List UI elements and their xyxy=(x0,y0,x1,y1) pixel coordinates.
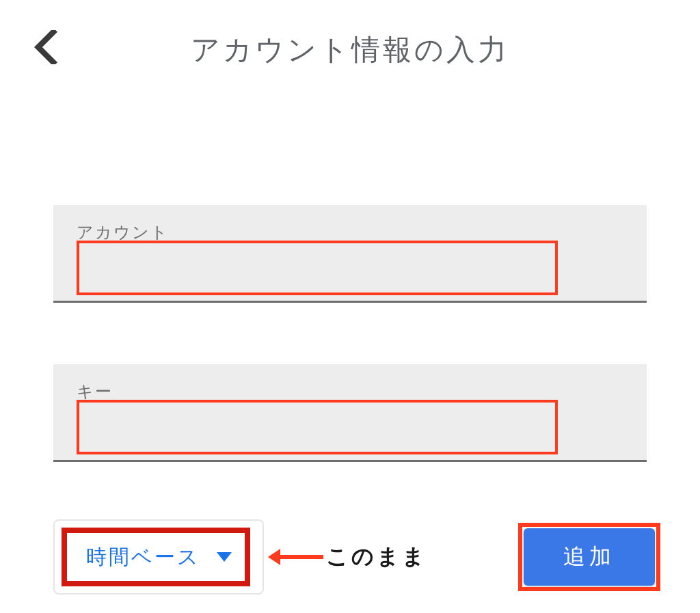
account-input[interactable] xyxy=(77,247,623,294)
page-title: アカウント情報の入力 xyxy=(33,31,667,69)
arrow-left-icon xyxy=(268,549,280,565)
type-dropdown[interactable]: 時間ベース xyxy=(53,519,264,595)
annotation-text: このまま xyxy=(326,542,427,572)
add-button[interactable]: 追加 xyxy=(524,528,655,586)
arrow-line xyxy=(280,555,323,559)
annotation-arrow: このまま xyxy=(268,542,427,572)
key-input[interactable] xyxy=(77,407,623,453)
key-label: キー xyxy=(77,381,623,403)
account-field: アカウント xyxy=(53,205,647,303)
chevron-down-icon xyxy=(217,552,232,562)
account-label: アカウント xyxy=(77,221,623,243)
key-field: キー xyxy=(53,364,647,462)
type-dropdown-label: 時間ベース xyxy=(86,543,200,571)
back-icon[interactable] xyxy=(34,30,57,64)
